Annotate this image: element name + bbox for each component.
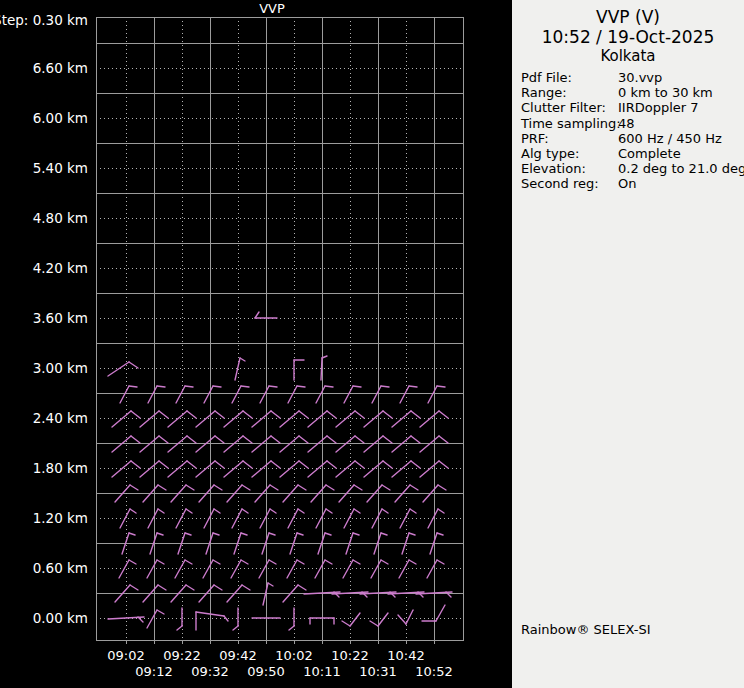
wind-barb xyxy=(243,436,252,443)
wind-barb xyxy=(131,436,140,443)
wind-barb xyxy=(382,485,390,490)
x-axis-label: 10:52 xyxy=(415,664,452,679)
wind-barb xyxy=(240,358,245,361)
x-axis-label: 09:42 xyxy=(219,648,256,663)
wind-barb xyxy=(215,461,224,468)
field-value: 0 km to 30 km xyxy=(618,85,742,100)
field-value: IIRDoppler 7 xyxy=(618,100,742,115)
field-label: Second reg: xyxy=(521,176,618,191)
y-axis-label: 1.80 km xyxy=(33,460,88,476)
field-label: Pdf File: xyxy=(521,70,618,85)
wind-barb xyxy=(187,411,196,418)
x-axis-label: 10:22 xyxy=(331,648,368,663)
wind-barb xyxy=(214,509,220,513)
wind-barb xyxy=(297,560,304,564)
wind-barb xyxy=(406,610,413,624)
product-title: VVP (V) xyxy=(512,7,744,27)
field-label: Alg type: xyxy=(521,146,618,161)
wind-barb xyxy=(355,411,364,418)
wind-barb xyxy=(437,533,443,535)
x-axis-label: 09:12 xyxy=(135,664,172,679)
wind-barb xyxy=(241,533,247,535)
wind-barb xyxy=(158,585,166,590)
x-axis-label: 10:31 xyxy=(359,664,396,679)
wind-barb xyxy=(214,585,222,590)
site-name: Kolkata xyxy=(512,47,744,65)
wind-barb xyxy=(381,560,388,564)
wind-barb xyxy=(439,436,448,443)
wind-barb xyxy=(187,461,196,468)
wind-barb xyxy=(326,485,334,490)
brand-footer: Rainbow® SELEX-SI xyxy=(521,622,651,637)
wind-barb xyxy=(383,436,392,443)
wind-barb xyxy=(242,509,248,513)
wind-barb xyxy=(438,509,444,513)
y-axis-label: 3.00 km xyxy=(33,360,88,376)
x-axis-label: 09:22 xyxy=(163,648,200,663)
wind-barb xyxy=(213,533,219,535)
wind-barb xyxy=(410,485,418,490)
wind-barb xyxy=(439,461,448,468)
wind-barb xyxy=(437,560,444,564)
wind-barb xyxy=(186,485,194,490)
wind-barb xyxy=(411,436,420,443)
product-datetime: 10:52 / 19-Oct-2025 xyxy=(512,27,744,47)
wind-barb xyxy=(158,485,166,490)
step-legend: Step: 0.30 km xyxy=(0,12,88,28)
wind-barb xyxy=(325,533,331,535)
field-row-second-reg: Second reg: On xyxy=(521,176,742,191)
wind-barb xyxy=(186,585,194,590)
wind-barb xyxy=(321,358,322,380)
wind-barb xyxy=(129,386,137,387)
wind-barb xyxy=(327,461,336,468)
wind-barb xyxy=(342,621,350,626)
wind-barb xyxy=(326,509,332,513)
wind-barb xyxy=(235,358,240,380)
field-row-prf: PRF: 600 Hz / 450 Hz xyxy=(521,131,742,146)
wind-barb xyxy=(158,509,164,513)
field-label: Time sampling: xyxy=(521,116,618,131)
wind-barb xyxy=(159,411,168,418)
wind-barb xyxy=(268,583,273,586)
wind-barb xyxy=(241,560,248,564)
field-row-range: Range: 0 km to 30 km xyxy=(521,85,742,100)
wind-barb xyxy=(437,386,445,387)
wind-barb xyxy=(269,386,277,387)
field-value: On xyxy=(618,176,742,191)
wind-barb xyxy=(383,411,392,418)
wind-barb xyxy=(204,386,213,403)
wind-barb xyxy=(378,613,388,626)
wind-barb xyxy=(232,386,241,403)
wind-barb xyxy=(353,560,360,564)
wind-barb xyxy=(255,312,259,318)
wind-barb xyxy=(400,386,409,403)
wind-barb xyxy=(288,386,297,403)
wind-barb xyxy=(260,386,269,403)
wind-barb xyxy=(398,615,406,624)
wind-barb-chart: 09:0209:1209:2209:3209:4209:5010:0210:11… xyxy=(0,0,512,688)
wind-barb xyxy=(439,411,448,418)
field-row-alg-type: Alg type: Complete xyxy=(521,146,742,161)
wind-barb xyxy=(269,560,276,564)
x-axis-label: 09:32 xyxy=(191,664,228,679)
field-row-elevation: Elevation: 0.2 deg to 21.0 deg xyxy=(521,161,742,176)
y-axis-label: 6.00 km xyxy=(33,110,88,126)
plot-border xyxy=(97,18,464,641)
wind-barb xyxy=(354,509,360,513)
wind-barb xyxy=(269,533,275,535)
wind-barb xyxy=(325,386,333,387)
wind-barb xyxy=(159,461,168,468)
wind-barb xyxy=(355,461,364,468)
wind-barb xyxy=(177,626,182,630)
wind-barb xyxy=(410,509,416,513)
wind-barb xyxy=(354,485,362,490)
vvp-product-window: 09:0209:1209:2209:3209:4209:5010:0210:11… xyxy=(0,0,744,688)
wind-barb xyxy=(438,485,446,490)
wind-barb xyxy=(157,533,163,535)
wind-barb xyxy=(215,436,224,443)
wind-barb xyxy=(353,386,361,387)
wind-barb xyxy=(271,411,280,418)
wind-barb xyxy=(297,386,305,387)
wind-barb xyxy=(213,560,220,564)
wind-barb xyxy=(289,626,294,630)
